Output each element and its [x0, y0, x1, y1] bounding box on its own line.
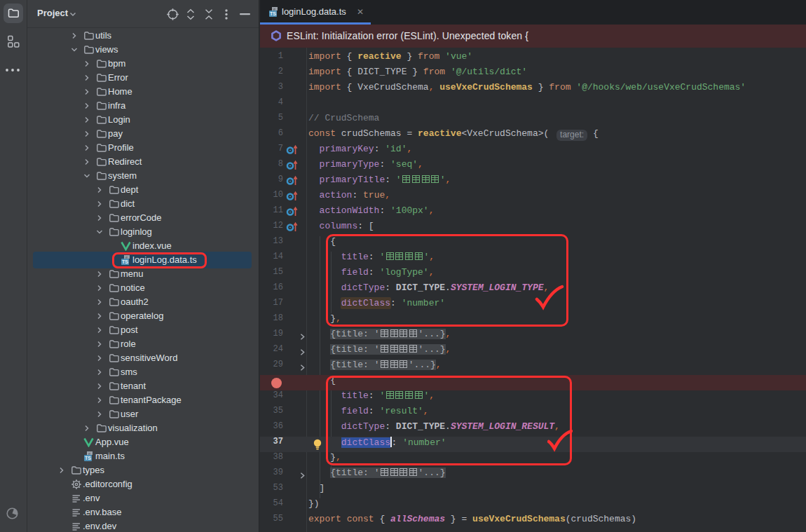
svg-text:TS: TS — [85, 456, 91, 461]
svg-text:TS: TS — [270, 11, 276, 16]
